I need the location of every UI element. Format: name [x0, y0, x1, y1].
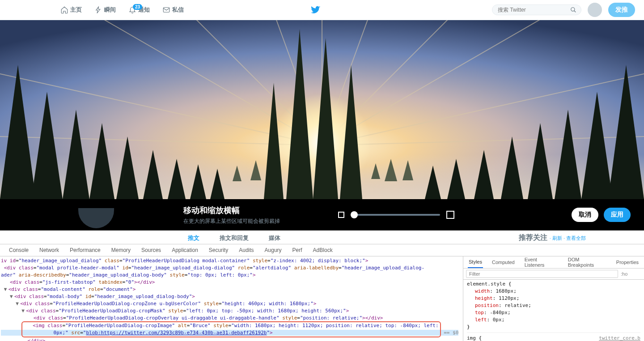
- styles-filter: :ho: [463, 269, 644, 280]
- search-box[interactable]: [492, 4, 581, 15]
- twitter-logo-icon[interactable]: [311, 5, 321, 15]
- tab-media[interactable]: 媒体: [269, 234, 280, 242]
- svg-rect-0: [163, 8, 169, 13]
- highlighted-element-box: <img class="ProfileHeaderUploadDialog-cr…: [21, 321, 441, 337]
- notif-badge: 23: [133, 4, 142, 10]
- devtools-tab[interactable]: Application: [170, 246, 200, 254]
- top-nav: 主页 瞬间 23 通知 私信 发推: [0, 0, 644, 20]
- zoom-out-icon[interactable]: [338, 212, 344, 218]
- devtools-tab[interactable]: Audits: [237, 246, 255, 254]
- search-input[interactable]: [498, 7, 568, 13]
- nav-right: 发推: [492, 3, 635, 17]
- nav-messages[interactable]: 私信: [162, 6, 184, 14]
- profile-tabs: 推文 推文和回复 媒体: [188, 234, 280, 242]
- rec-links[interactable]: · 刷新 · 查看全部: [550, 235, 586, 241]
- nav-home[interactable]: 主页: [60, 6, 82, 14]
- who-to-follow: 推荐关注 · 刷新 · 查看全部: [519, 233, 586, 243]
- devtools-tab[interactable]: Sources: [140, 246, 163, 254]
- devtools-tabs: Console Network Performance Memory Sourc…: [0, 244, 644, 256]
- svg-line-2: [574, 11, 576, 13]
- elements-panel[interactable]: iv id="header_image_upload_dialog" class…: [0, 256, 463, 341]
- nav-moments[interactable]: 瞬间: [94, 6, 116, 14]
- control-buttons: 取消 应用: [572, 208, 631, 222]
- sidebar-tab-computed[interactable]: Computed: [491, 257, 516, 268]
- hov-toggle[interactable]: :ho: [621, 271, 627, 277]
- devtools-tab[interactable]: Memory: [110, 246, 132, 254]
- home-icon: [60, 6, 68, 14]
- zoom-slider[interactable]: [351, 214, 440, 216]
- devtools-tab[interactable]: Perf: [291, 246, 304, 254]
- sidebar-tabs: Styles Computed Event Listeners DOM Brea…: [463, 256, 644, 269]
- styles-panel: Styles Computed Event Listeners DOM Brea…: [463, 256, 644, 341]
- sidebar-tab-styles[interactable]: Styles: [468, 256, 483, 268]
- filter-input[interactable]: [466, 270, 618, 278]
- header-image-crop-area[interactable]: [0, 20, 644, 199]
- avatar[interactable]: [588, 3, 602, 17]
- nav-left: 主页 瞬间 23 通知 私信: [60, 6, 184, 14]
- tab-replies[interactable]: 推文和回复: [220, 234, 249, 242]
- control-subtitle: 在更大的屏幕上某些区域可能会被剪裁掉: [183, 217, 280, 225]
- profile-peek: 推文 推文和回复 媒体 推荐关注 · 刷新 · 查看全部: [0, 230, 644, 244]
- search-icon: [570, 7, 576, 13]
- apply-button[interactable]: 应用: [604, 208, 631, 222]
- control-text: 移动和缩放横幅 在更大的屏幕上某些区域可能会被剪裁掉: [183, 205, 280, 225]
- nav-moments-label: 瞬间: [104, 6, 116, 14]
- rec-title: 推荐关注: [519, 234, 547, 241]
- file-link[interactable]: twitter_core.b: [599, 335, 640, 341]
- devtools-tab[interactable]: AdBlock: [311, 246, 335, 254]
- lightning-icon: [94, 6, 102, 14]
- devtools: Console Network Performance Memory Sourc…: [0, 244, 644, 341]
- devtools-tab[interactable]: Security: [207, 246, 230, 254]
- styles-rules[interactable]: element.style { width: 1680px;height: 11…: [463, 280, 644, 341]
- zoom-in-icon[interactable]: [446, 211, 454, 219]
- devtools-tab[interactable]: Network: [38, 246, 61, 254]
- devtools-tab[interactable]: Console: [7, 246, 30, 254]
- nav-center: [139, 5, 492, 15]
- nav-notifications[interactable]: 23 通知: [128, 6, 150, 14]
- header-image: [0, 20, 644, 199]
- sidebar-tab-props[interactable]: Properties: [615, 257, 640, 268]
- devtools-tab[interactable]: Augury: [263, 246, 284, 254]
- nav-home-label: 主页: [70, 6, 82, 14]
- svg-point-1: [571, 8, 575, 11]
- cancel-button[interactable]: 取消: [572, 208, 598, 222]
- devtools-tab[interactable]: Performance: [68, 246, 102, 254]
- slider-thumb[interactable]: [351, 211, 358, 218]
- tweet-button[interactable]: 发推: [608, 3, 635, 17]
- devtools-body: iv id="header_image_upload_dialog" class…: [0, 256, 644, 341]
- nav-messages-label: 私信: [172, 6, 184, 14]
- envelope-icon: [162, 6, 170, 14]
- zoom-controls: [338, 211, 454, 219]
- tab-tweets[interactable]: 推文: [188, 234, 199, 242]
- control-title: 移动和缩放横幅: [183, 205, 280, 216]
